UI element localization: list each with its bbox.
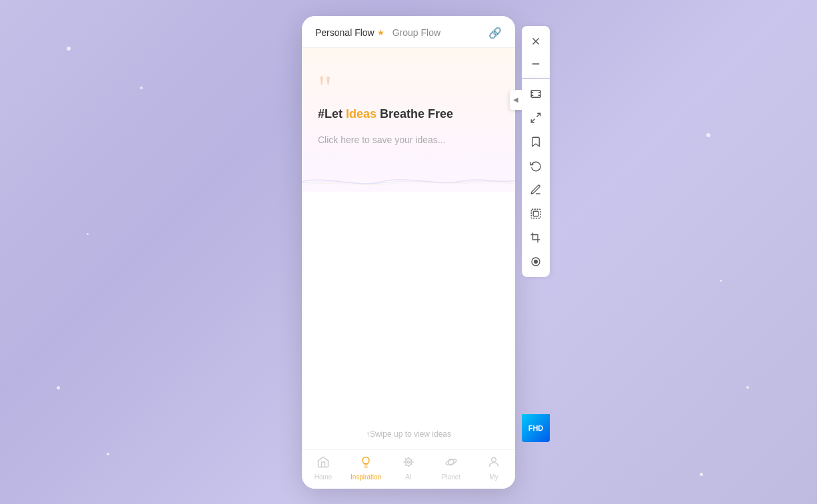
nav-item-inspiration[interactable]: Inspiration (347, 455, 385, 481)
headline-suffix: Breathe Free (377, 107, 453, 121)
inspiration-icon (359, 455, 373, 472)
quote-section: " #Let Ideas Breathe Free Click here to … (302, 48, 515, 159)
fhd-label: FHD (528, 424, 544, 432)
svg-point-3 (445, 458, 457, 466)
svg-rect-12 (533, 211, 538, 216)
collapse-button[interactable]: ◀ (510, 90, 522, 110)
lower-content: ↑Swipe up to view ideas (302, 192, 515, 449)
nav-item-planet[interactable]: Planet (432, 455, 470, 481)
content-area: " #Let Ideas Breathe Free Click here to … (302, 48, 515, 449)
nav-label-ai: AI (405, 473, 411, 481)
collapse-icon: ◀ (513, 96, 518, 103)
my-icon (487, 455, 500, 472)
undo-button[interactable] (524, 154, 547, 177)
svg-point-0 (406, 458, 411, 466)
svg-rect-11 (531, 209, 540, 218)
edit-button[interactable] (524, 178, 547, 201)
svg-line-9 (537, 113, 540, 117)
toolbar-close-section (522, 26, 550, 78)
ai-icon (402, 455, 415, 472)
headline-ideas: Ideas (346, 107, 377, 121)
tab-personal[interactable]: Personal Flow ★ (315, 27, 385, 38)
bookmark-button[interactable] (524, 130, 547, 153)
phone-card: Personal Flow ★ Group Flow 🔗 " #Let Idea… (302, 16, 515, 489)
top-bar: Personal Flow ★ Group Flow 🔗 (302, 16, 515, 48)
svg-point-14 (534, 260, 538, 264)
planet-icon (444, 455, 458, 472)
nav-item-my[interactable]: My (475, 455, 512, 481)
nav-label-home: Home (315, 473, 333, 481)
headline-prefix: #Let (318, 107, 346, 121)
nav-label-planet: Planet (442, 473, 460, 481)
nav-item-home[interactable]: Home (305, 455, 342, 481)
screenshot-button[interactable] (524, 83, 547, 105)
save-prompt[interactable]: Click here to save your ideas... (318, 134, 499, 145)
svg-point-4 (492, 457, 496, 462)
svg-rect-8 (531, 90, 540, 97)
nav-label-my: My (489, 473, 498, 481)
main-container: Personal Flow ★ Group Flow 🔗 " #Let Idea… (302, 16, 515, 489)
svg-point-1 (407, 461, 409, 463)
swipe-hint: ↑Swipe up to view ideas (366, 429, 451, 439)
headline: #Let Ideas Breathe Free (318, 107, 499, 121)
record-button[interactable] (524, 250, 547, 273)
home-icon (317, 455, 330, 472)
toolbar-wrapper: ◀ FHD (522, 26, 550, 277)
bottom-nav: Home Inspiration (302, 449, 515, 489)
fhd-badge[interactable]: FHD (522, 414, 550, 442)
frame-button[interactable] (524, 202, 547, 225)
link-icon[interactable]: 🔗 (488, 27, 502, 39)
tab-personal-star: ★ (377, 28, 385, 37)
expand-button[interactable] (524, 107, 547, 129)
nav-item-ai[interactable]: AI (390, 455, 427, 481)
close-button[interactable] (524, 30, 547, 53)
tab-group-label: Group Flow (393, 27, 440, 38)
tab-group[interactable]: Group Flow (393, 27, 440, 38)
crop-button[interactable] (524, 226, 547, 249)
svg-line-10 (531, 119, 534, 122)
minimize-button[interactable] (524, 53, 547, 75)
tab-personal-label: Personal Flow (315, 27, 375, 38)
toolbar-icons-section (522, 79, 550, 277)
quote-marks: " (318, 75, 499, 103)
wave-divider (302, 172, 515, 192)
nav-label-inspiration: Inspiration (351, 473, 381, 481)
